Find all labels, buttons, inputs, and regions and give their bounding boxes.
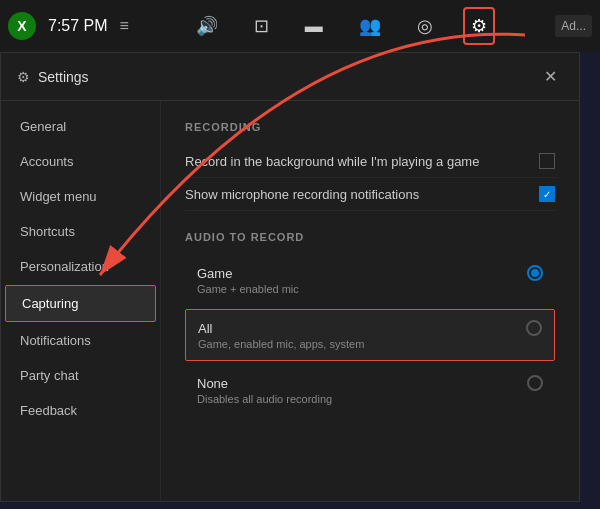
- sidebar: General Accounts Widget menu Shortcuts P…: [1, 101, 161, 501]
- audio-section-title: AUDIO TO RECORD: [185, 231, 555, 243]
- hamburger-icon[interactable]: ≡: [120, 17, 129, 35]
- settings-header: ⚙ Settings ✕: [1, 53, 579, 101]
- sidebar-item-widget-menu[interactable]: Widget menu: [1, 179, 160, 214]
- mic-notification-row: Show microphone recording notifications: [185, 178, 555, 211]
- close-button[interactable]: ✕: [538, 65, 563, 88]
- sidebar-item-capturing[interactable]: Capturing: [5, 285, 156, 322]
- audio-option-game-name: Game: [197, 266, 232, 281]
- main-content: RECORDING Record in the background while…: [161, 101, 579, 501]
- taskbar-right-label: Ad...: [555, 15, 592, 37]
- controller-icon[interactable]: ◎: [411, 9, 439, 43]
- sidebar-item-accounts[interactable]: Accounts: [1, 144, 160, 179]
- volume-icon[interactable]: 🔊: [190, 9, 224, 43]
- audio-option-none-header: None: [197, 375, 543, 391]
- audio-option-game-radio[interactable]: [527, 265, 543, 281]
- screen-capture-icon[interactable]: ⊡: [248, 9, 275, 43]
- settings-icon[interactable]: ⚙: [463, 7, 495, 45]
- audio-option-all-radio[interactable]: [526, 320, 542, 336]
- taskbar-left: X 7:57 PM ≡: [8, 12, 129, 40]
- background-record-checkbox[interactable]: [539, 153, 555, 169]
- sidebar-item-personalization[interactable]: Personalization: [1, 249, 160, 284]
- taskbar-right: Ad...: [555, 15, 592, 37]
- settings-title: Settings: [38, 69, 89, 85]
- people-icon[interactable]: 👥: [353, 9, 387, 43]
- audio-option-none-radio[interactable]: [527, 375, 543, 391]
- audio-option-game[interactable]: Game Game + enabled mic: [185, 255, 555, 305]
- recording-section-title: RECORDING: [185, 121, 555, 133]
- settings-title-row: ⚙ Settings: [17, 69, 89, 85]
- mic-notification-checkbox[interactable]: [539, 186, 555, 202]
- mic-notification-label: Show microphone recording notifications: [185, 187, 419, 202]
- audio-option-none-name: None: [197, 376, 228, 391]
- background-record-row: Record in the background while I'm playi…: [185, 145, 555, 178]
- audio-option-all-header: All: [198, 320, 542, 336]
- taskbar-center: 🔊 ⊡ ▬ 👥 ◎ ⚙: [129, 7, 555, 45]
- audio-option-game-header: Game: [197, 265, 543, 281]
- audio-option-game-desc: Game + enabled mic: [197, 283, 543, 295]
- settings-gear-icon: ⚙: [17, 69, 30, 85]
- background-record-label: Record in the background while I'm playi…: [185, 154, 479, 169]
- sidebar-item-feedback[interactable]: Feedback: [1, 393, 160, 428]
- taskbar-time: 7:57 PM: [48, 17, 108, 35]
- audio-section: AUDIO TO RECORD Game Game + enabled mic …: [185, 231, 555, 415]
- sidebar-item-general[interactable]: General: [1, 109, 160, 144]
- xbox-logo[interactable]: X: [8, 12, 36, 40]
- taskbar: X 7:57 PM ≡ 🔊 ⊡ ▬ 👥 ◎ ⚙ Ad...: [0, 0, 600, 52]
- audio-option-none[interactable]: None Disables all audio recording: [185, 365, 555, 415]
- audio-option-all-name: All: [198, 321, 212, 336]
- display-icon[interactable]: ▬: [299, 10, 329, 43]
- audio-option-all[interactable]: All Game, enabled mic, apps, system: [185, 309, 555, 361]
- settings-body: General Accounts Widget menu Shortcuts P…: [1, 101, 579, 501]
- settings-panel: ⚙ Settings ✕ General Accounts Widget men…: [0, 52, 580, 502]
- audio-option-none-desc: Disables all audio recording: [197, 393, 543, 405]
- sidebar-item-party-chat[interactable]: Party chat: [1, 358, 160, 393]
- audio-option-all-desc: Game, enabled mic, apps, system: [198, 338, 542, 350]
- sidebar-item-notifications[interactable]: Notifications: [1, 323, 160, 358]
- sidebar-item-shortcuts[interactable]: Shortcuts: [1, 214, 160, 249]
